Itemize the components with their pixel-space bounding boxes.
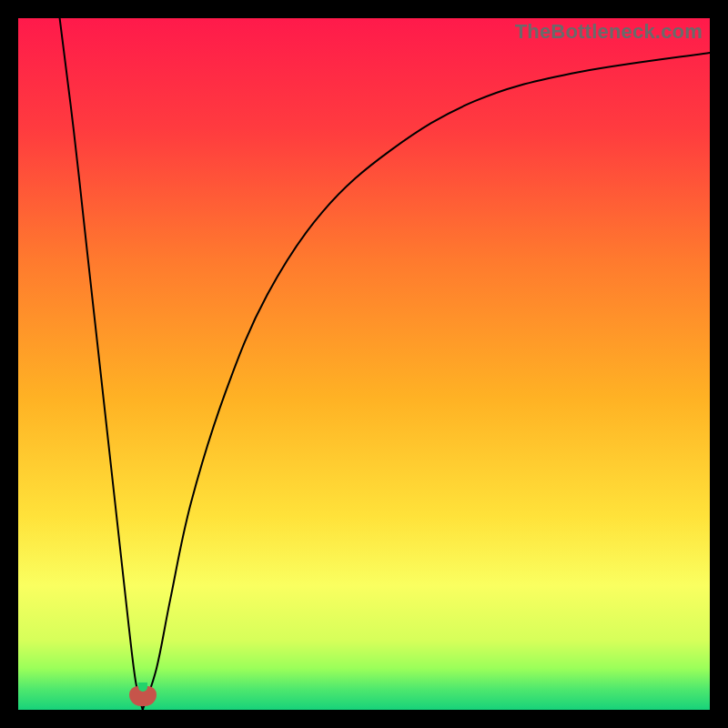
plot-area: TheBottleneck.com (18, 18, 710, 710)
watermark-label: TheBottleneck.com (515, 20, 703, 44)
outer-frame: TheBottleneck.com (0, 0, 728, 728)
curve-layer (18, 18, 710, 710)
curve-right-branch (143, 53, 710, 710)
curve-left-branch (60, 18, 143, 710)
bottleneck-marker (129, 686, 157, 706)
